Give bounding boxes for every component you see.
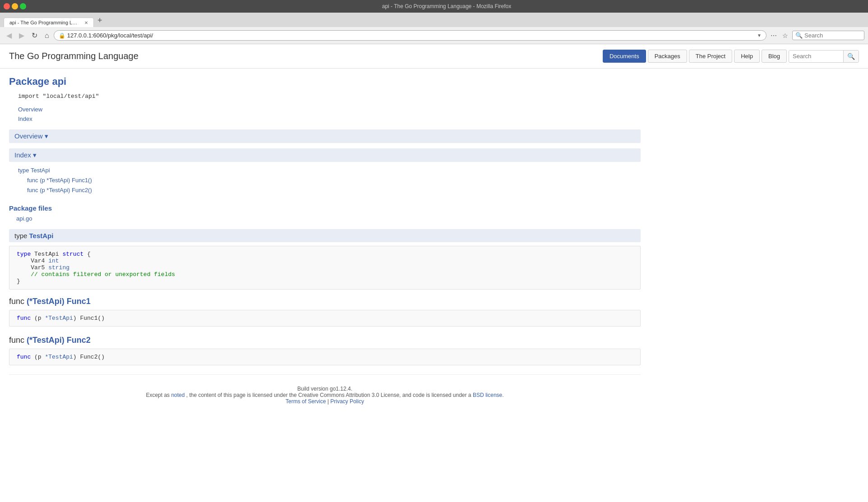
forward-btn[interactable]: ▶ <box>16 29 27 41</box>
footer-build: Build version go1.12.4. <box>20 386 630 392</box>
footer: Build version go1.12.4. Except as noted … <box>9 374 641 415</box>
func2-code-block: func (p *TestApi) Func2() <box>9 349 641 365</box>
index-header-link[interactable]: Index ▾ <box>14 151 37 159</box>
nav-bar: ◀ ▶ ↻ ⌂ 🔒 ▼ ⋯ ☆ 🔍 <box>0 27 868 44</box>
reload-btn[interactable]: ↻ <box>29 29 40 41</box>
extensions-btn[interactable]: ⋯ <box>768 31 779 41</box>
active-tab[interactable]: api - The Go Programming Language ✕ <box>4 18 94 27</box>
browser-search-bar[interactable]: 🔍 <box>792 31 864 40</box>
func2-keyword: func <box>9 336 27 345</box>
bookmark-btn[interactable]: ☆ <box>780 31 790 41</box>
index-section: Index ▾ type TestApi func (p *TestApi) F… <box>9 148 641 199</box>
package-files-section: Package files api.go <box>9 204 641 222</box>
browser-search-icon: 🔍 <box>795 32 803 39</box>
header-search-bar[interactable]: 🔍 <box>789 50 859 63</box>
titlebar-text: api - The Go Programming Language - Mozi… <box>29 3 864 9</box>
titlebar: api - The Go Programming Language - Mozi… <box>0 0 868 13</box>
toc-links: Overview Index <box>18 105 641 124</box>
func1-receiver-link[interactable]: *TestApi <box>45 315 73 322</box>
nav-the-project-btn[interactable]: The Project <box>689 50 732 63</box>
func1-title: func (*TestApi) Func1 <box>9 297 641 306</box>
header-search-btn[interactable]: 🔍 <box>843 51 859 62</box>
tab-close-icon[interactable]: ✕ <box>84 20 88 25</box>
code-line-3: Var5 string <box>17 264 633 271</box>
package-files-title: Package files <box>9 204 641 212</box>
window-controls <box>4 3 26 9</box>
func2-method: Func2 <box>67 336 91 345</box>
window-close-btn[interactable] <box>4 3 10 9</box>
page-header: The Go Programming Language Documents Pa… <box>0 44 868 69</box>
toc-overview-link[interactable]: Overview <box>18 105 641 115</box>
footer-noted-link[interactable]: noted <box>171 392 185 398</box>
site-title: The Go Programming Language <box>9 51 139 61</box>
code-line-4: // contains filtered or unexported field… <box>17 271 633 278</box>
index-header[interactable]: Index ▾ <box>9 148 641 162</box>
tab-label: api - The Go Programming Language <box>9 20 80 25</box>
type-testapi-section: type TestApi type TestApi struct { Var4 … <box>9 229 641 290</box>
index-item-type-testapi[interactable]: type TestApi <box>18 166 632 175</box>
nav-help-btn[interactable]: Help <box>734 50 760 63</box>
footer-bsd-link[interactable]: BSD license <box>473 392 502 398</box>
nav-packages-btn[interactable]: Packages <box>648 50 687 63</box>
package-title: Package api <box>9 76 641 88</box>
func1-method: Func1 <box>67 297 91 306</box>
index-content: type TestApi func (p *TestApi) Func1() f… <box>9 162 641 199</box>
back-btn[interactable]: ◀ <box>4 29 14 41</box>
address-bar-container[interactable]: 🔒 ▼ <box>54 30 766 41</box>
func2-title: func (*TestApi) Func2 <box>9 336 641 345</box>
func2-section: func (*TestApi) Func2 func (p *TestApi) … <box>9 336 641 365</box>
header-nav: Documents Packages The Project Help Blog… <box>603 50 859 63</box>
type-keyword: type <box>14 232 29 239</box>
browser-search-input[interactable] <box>804 32 859 39</box>
func1-section: func (*TestApi) Func1 func (p *TestApi) … <box>9 297 641 327</box>
header-search-input[interactable] <box>789 51 843 62</box>
footer-license: Except as noted , the content of this pa… <box>20 392 630 398</box>
address-input[interactable] <box>67 32 755 39</box>
type-name: TestApi <box>29 232 54 239</box>
footer-links: Terms of Service | Privacy Policy <box>20 398 630 405</box>
home-btn[interactable]: ⌂ <box>42 30 52 41</box>
footer-except: Except as <box>146 392 170 398</box>
overview-header-link[interactable]: Overview ▾ <box>14 132 48 140</box>
overview-section: Overview ▾ <box>9 129 641 143</box>
code-line-1: type TestApi struct { <box>17 251 633 258</box>
window-min-btn[interactable] <box>12 3 18 9</box>
address-dropdown-icon[interactable]: ▼ <box>757 33 762 38</box>
page-content: Package api import "local/test/api" Over… <box>0 69 650 423</box>
index-item-func1[interactable]: func (p *TestApi) Func1() <box>27 175 632 185</box>
func1-keyword: func <box>9 297 27 306</box>
import-line: import "local/test/api" <box>18 93 641 100</box>
type-header: type TestApi <box>9 229 641 242</box>
index-item-func2[interactable]: func (p *TestApi) Func2() <box>27 185 632 195</box>
code-line-5: } <box>17 278 633 285</box>
nav-extra-buttons: ⋯ ☆ <box>768 31 790 41</box>
toc-index-link[interactable]: Index <box>18 115 641 124</box>
func1-code-block: func (p *TestApi) Func1() <box>9 310 641 327</box>
window-max-btn[interactable] <box>20 3 26 9</box>
overview-header[interactable]: Overview ▾ <box>9 129 641 143</box>
func2-receiver-link[interactable]: *TestApi <box>45 354 73 360</box>
footer-terms-link[interactable]: Terms of Service <box>286 398 326 405</box>
nav-blog-btn[interactable]: Blog <box>762 50 787 63</box>
footer-license-rest: , the content of this page is licensed u… <box>186 392 471 398</box>
func1-receiver: (*TestApi) <box>27 297 67 306</box>
func2-receiver: (*TestApi) <box>27 336 67 345</box>
lock-icon: 🔒 <box>59 32 65 39</box>
func1-code: func (p *TestApi) Func1() <box>17 315 105 322</box>
type-code-block: type TestApi struct { Var4 int Var5 stri… <box>9 246 641 290</box>
package-file-link[interactable]: api.go <box>16 215 32 222</box>
footer-privacy-link[interactable]: Privacy Policy <box>330 398 364 405</box>
nav-documents-btn[interactable]: Documents <box>603 50 646 63</box>
code-line-2: Var4 int <box>17 258 633 264</box>
new-tab-btn[interactable]: + <box>94 14 106 27</box>
tab-bar: api - The Go Programming Language ✕ + <box>0 13 868 27</box>
func2-code: func (p *TestApi) Func2() <box>17 354 105 360</box>
